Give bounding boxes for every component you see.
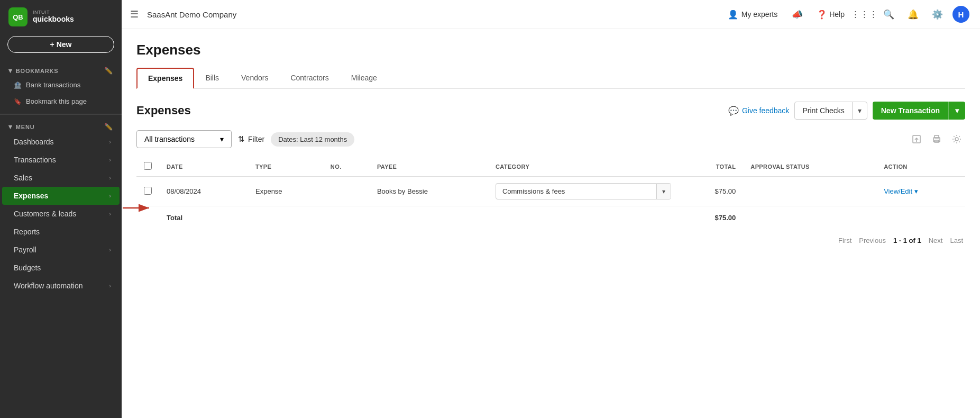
filter-button[interactable]: ⇅ Filter [238,134,264,144]
row-payee: Books by Bessie [370,177,488,206]
view-edit-button[interactable]: View/Edit ▾ [884,187,918,195]
tab-vendors[interactable]: Vendors [230,68,279,89]
filters-row: All transactions ▾ ⇅ Filter Dates: Last … [136,130,965,148]
bookmarks-section: ▾ BOOKMARKS ✏️ 🏦 Bank transactions 🔖 Boo… [0,60,122,112]
header-type: TYPE [248,157,323,177]
notification-bell-icon[interactable]: 🔔 [904,5,922,23]
header-category: CATEGORY [488,157,679,177]
bookmark-icon: 🔖 [14,98,22,105]
category-select[interactable]: Commissions & fees ▾ [496,183,671,199]
row-action: View/Edit ▾ [876,177,965,206]
chevron-right-icon: › [109,193,111,199]
category-dropdown-icon[interactable]: ▾ [656,184,671,199]
table-row: 08/08/2024 Expense Books by Bessie Commi… [136,177,965,206]
settings-gear-icon[interactable] [948,131,965,148]
bank-icon: 🏦 [14,81,22,89]
print-checks-dropdown-icon[interactable]: ▾ [853,102,867,119]
bookmarks-edit-icon[interactable]: ✏️ [104,67,113,75]
sidebar-item-workflow[interactable]: Workflow automation › [2,277,120,295]
transactions-dropdown[interactable]: All transactions ▾ [136,130,232,148]
chevron-right-icon: › [109,175,111,181]
row-no [323,177,370,206]
svg-text:QB: QB [13,13,23,21]
menu-header[interactable]: ▾ MENU ✏️ [0,119,122,133]
sidebar-item-reports[interactable]: Reports [2,223,120,241]
avatar[interactable]: H [952,6,969,23]
sidebar-item-budgets[interactable]: Budgets [2,259,120,277]
main-content: ☰ SaasAnt Demo Company 👤 My experts 📣 ❓ … [122,0,980,418]
row-category: Commissions & fees ▾ [488,177,679,206]
chevron-right-icon: › [109,139,111,145]
total-amount: $75.00 [679,206,743,229]
row-approval-status [743,177,876,206]
chevron-right-icon: › [109,211,111,217]
settings-icon[interactable]: ⚙️ [928,5,946,23]
view-edit-dropdown-icon[interactable]: ▾ [914,187,918,195]
print-icon[interactable] [928,131,945,148]
help-button[interactable]: ❓ Help [812,7,849,22]
page-content: Expenses Expenses Bills Vendors Contract… [122,29,980,418]
my-experts-button[interactable]: 👤 My experts [723,7,782,22]
header-approval-status: APPROVAL STATUS [743,157,876,177]
header-payee: PAYEE [370,157,488,177]
bookmark-this-page[interactable]: 🔖 Bookmark this page [2,93,120,110]
expenses-table: DATE TYPE NO. PAYEE CATEGORY TOTAL APPRO… [136,157,965,228]
export-icon[interactable] [908,131,925,148]
select-all-checkbox[interactable] [144,162,152,170]
tab-mileage[interactable]: Mileage [340,68,388,89]
svg-rect-6 [935,140,939,142]
pagination-previous[interactable]: Previous [859,237,886,244]
bookmarks-header[interactable]: ▾ BOOKMARKS ✏️ [0,62,122,77]
announcement-icon[interactable]: 📣 [788,5,806,23]
pagination-first[interactable]: First [838,237,851,244]
give-feedback-button[interactable]: 💬 Give feedback [728,106,790,116]
dates-filter-badge[interactable]: Dates: Last 12 months [271,132,354,147]
tabs: Expenses Bills Vendors Contractors Milea… [136,68,965,89]
bookmarks-list: 🏦 Bank transactions 🔖 Bookmark this page [0,77,122,110]
menu-edit-icon[interactable]: ✏️ [104,123,113,131]
new-transaction-button[interactable]: New Transaction ▾ [873,102,965,120]
user-icon: 👤 [728,10,738,20]
company-name: SaasAnt Demo Company [147,10,236,19]
logo-area[interactable]: QB INTUIT quickbooks [0,0,122,34]
totals-row: Total $75.00 [136,206,965,229]
pagination-last[interactable]: Last [950,237,963,244]
table-wrapper: DATE TYPE NO. PAYEE CATEGORY TOTAL APPRO… [136,157,965,228]
print-checks-button[interactable]: Print Checks ▾ [794,102,867,120]
search-icon[interactable]: 🔍 [880,5,897,23]
tab-contractors[interactable]: Contractors [279,68,340,89]
row-checkbox[interactable] [144,187,152,195]
sidebar-item-transactions[interactable]: Transactions › [2,151,120,169]
row-checkbox-cell [136,177,159,206]
row-date: 08/08/2024 [159,177,248,206]
sidebar-item-customers-leads[interactable]: Customers & leads › [2,205,120,223]
qb-logo-icon: QB [8,7,28,26]
pagination-next[interactable]: Next [929,237,943,244]
logo-text: INTUIT quickbooks [33,10,74,23]
sidebar-item-expenses[interactable]: Expenses › [2,187,120,205]
sidebar-item-dashboards[interactable]: Dashboards › [2,133,120,151]
expenses-section-header: Expenses 💬 Give feedback Print Checks ▾ … [136,102,965,120]
svg-point-7 [955,138,958,141]
expenses-section-title: Expenses [136,104,191,117]
bookmark-bank-transactions[interactable]: 🏦 Bank transactions [2,77,120,93]
hamburger-menu-icon[interactable]: ☰ [130,8,139,20]
page-title: Expenses [136,42,965,58]
table-body: 08/08/2024 Expense Books by Bessie Commi… [136,177,965,229]
row-type: Expense [248,177,323,206]
feedback-icon: 💬 [728,106,739,116]
apps-icon[interactable]: ⋮⋮⋮ [855,5,873,23]
new-button[interactable]: + New [7,36,114,53]
sidebar-item-payroll[interactable]: Payroll › [2,241,120,259]
new-transaction-dropdown-icon[interactable]: ▾ [949,102,965,120]
header-action: ACTION [876,157,965,177]
menu-section: ▾ MENU ✏️ Dashboards › Transactions › Sa… [0,116,122,297]
table-header: DATE TYPE NO. PAYEE CATEGORY TOTAL APPRO… [136,157,965,177]
chevron-right-icon: › [109,283,111,289]
dropdown-chevron-icon: ▾ [220,135,224,143]
tab-expenses[interactable]: Expenses [136,68,194,89]
tab-bills[interactable]: Bills [194,68,230,89]
sidebar-item-sales[interactable]: Sales › [2,169,120,187]
header-actions: 💬 Give feedback Print Checks ▾ New Trans… [728,102,965,120]
sidebar: QB INTUIT quickbooks + New ▾ BOOKMARKS ✏… [0,0,122,418]
